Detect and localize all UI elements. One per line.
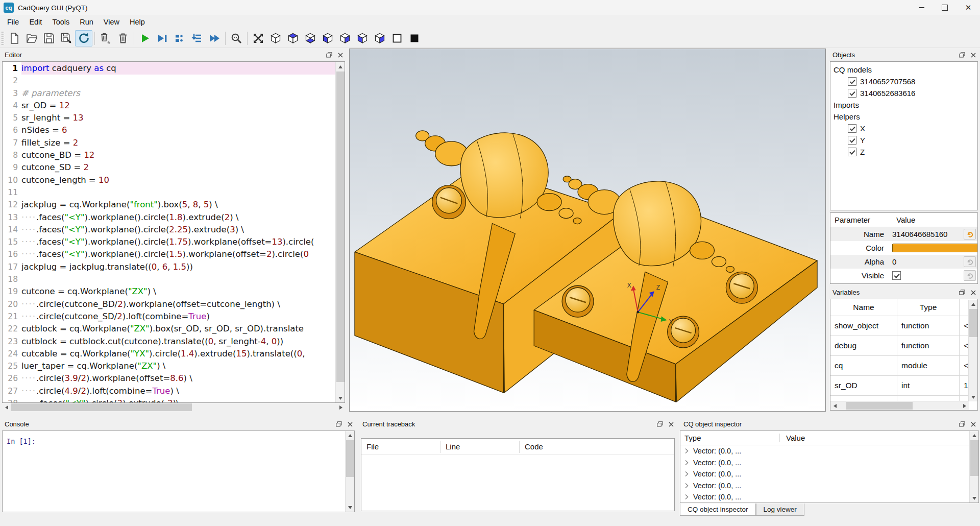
viewport-3d[interactable]: X Z Y xyxy=(349,49,826,412)
close-icon[interactable] xyxy=(970,52,977,58)
variable-row[interactable]: cqmodule<m xyxy=(830,356,969,376)
scrollbar-thumb[interactable] xyxy=(969,309,977,337)
tab-cq-object-inspector[interactable]: CQ object inspector xyxy=(680,504,756,516)
open-file-icon[interactable] xyxy=(23,30,40,46)
new-file-icon[interactable] xyxy=(6,30,23,46)
scroll-up-icon[interactable] xyxy=(970,431,978,440)
scroll-left-icon[interactable] xyxy=(830,401,839,410)
tree-group-imports[interactable]: Imports xyxy=(830,99,977,111)
traceback-table[interactable]: FileLineCode xyxy=(361,438,675,511)
save-as-icon[interactable] xyxy=(58,30,75,46)
view-top-icon[interactable] xyxy=(284,30,302,46)
code-editor[interactable]: 1import cadquery as cq23# parameters4sr_… xyxy=(2,61,345,403)
run-icon[interactable] xyxy=(136,30,154,46)
inspector-row[interactable]: Vector: (0.0, ... xyxy=(680,468,978,480)
reset-icon[interactable] xyxy=(964,270,976,281)
color-swatch[interactable] xyxy=(892,244,978,252)
expand-chevron-icon[interactable] xyxy=(684,494,689,500)
scroll-right-icon[interactable] xyxy=(336,403,345,412)
zoom-fit-icon[interactable] xyxy=(228,30,245,46)
close-icon[interactable] xyxy=(337,52,344,58)
inspector-row[interactable]: Vector: (0.0, ... xyxy=(680,480,978,492)
close-icon[interactable]: ✕ xyxy=(957,0,980,15)
scroll-right-icon[interactable] xyxy=(960,401,969,410)
editor-horizontal-scrollbar[interactable] xyxy=(2,403,345,412)
editor-vertical-scrollbar[interactable] xyxy=(335,62,345,402)
maximize-icon[interactable] xyxy=(933,0,957,15)
menu-run[interactable]: Run xyxy=(75,16,99,28)
close-icon[interactable] xyxy=(668,421,675,427)
menu-tools[interactable]: Tools xyxy=(47,16,75,28)
reload-icon[interactable] xyxy=(75,30,92,46)
expand-chevron-icon[interactable] xyxy=(684,483,689,489)
expand-chevron-icon[interactable] xyxy=(684,448,689,454)
view-left-icon[interactable] xyxy=(354,30,371,46)
objects-tree[interactable]: CQ models31406527075683140652683616Impor… xyxy=(830,61,978,210)
shaded-icon[interactable] xyxy=(406,30,423,46)
wireframe-icon[interactable] xyxy=(388,30,406,46)
view-back-icon[interactable] xyxy=(336,30,354,46)
save-icon[interactable] xyxy=(40,30,58,46)
menu-file[interactable]: File xyxy=(2,16,24,28)
scroll-up-icon[interactable] xyxy=(346,431,354,440)
inspector-vertical-scrollbar[interactable] xyxy=(969,431,978,503)
scroll-down-icon[interactable] xyxy=(336,394,345,402)
float-icon[interactable] xyxy=(959,52,966,58)
float-icon[interactable] xyxy=(959,289,966,296)
checkbox-checked-icon[interactable] xyxy=(848,89,856,98)
console-prompt[interactable]: In [1]: xyxy=(3,431,354,445)
inspector-row[interactable]: Vector: (0.0, ... xyxy=(680,491,978,503)
render-icon[interactable] xyxy=(97,30,114,46)
scrollbar-thumb[interactable] xyxy=(11,403,192,411)
checkbox-checked-icon[interactable] xyxy=(848,136,856,145)
checkbox-checked-icon[interactable] xyxy=(848,77,856,86)
inspector-row[interactable]: Vector: (0.0, ... xyxy=(680,445,978,457)
code-area[interactable]: 1import cadquery as cq23# parameters4sr_… xyxy=(3,62,336,402)
float-icon[interactable] xyxy=(959,421,966,427)
view-iso-icon[interactable] xyxy=(267,30,284,46)
variables-horizontal-scrollbar[interactable] xyxy=(830,401,969,410)
tree-group-cq-models[interactable]: CQ models xyxy=(830,64,977,76)
tree-item[interactable]: Y xyxy=(830,134,977,146)
tree-item[interactable]: 3140652683616 xyxy=(830,87,977,99)
continue-icon[interactable] xyxy=(206,30,223,46)
menu-help[interactable]: Help xyxy=(125,16,150,28)
close-icon[interactable] xyxy=(970,289,977,296)
variables-vertical-scrollbar[interactable] xyxy=(968,300,977,401)
toolbar-drag-handle[interactable] xyxy=(1,31,4,45)
variable-row[interactable]: show_objectfunction<f xyxy=(830,316,969,336)
scroll-down-icon[interactable] xyxy=(969,393,977,401)
expand-chevron-icon[interactable] xyxy=(684,460,689,466)
scroll-down-icon[interactable] xyxy=(346,503,354,512)
tab-log-viewer[interactable]: Log viewer xyxy=(756,504,804,516)
checkbox-checked-icon[interactable] xyxy=(892,271,901,280)
reset-icon[interactable] xyxy=(964,256,976,267)
scroll-up-icon[interactable] xyxy=(969,300,977,308)
float-icon[interactable] xyxy=(326,52,333,58)
scroll-left-icon[interactable] xyxy=(2,403,11,412)
clear-icon[interactable] xyxy=(114,30,132,46)
checkbox-checked-icon[interactable] xyxy=(848,148,856,156)
console-vertical-scrollbar[interactable] xyxy=(345,431,354,512)
minimize-icon[interactable] xyxy=(910,0,933,15)
scroll-up-icon[interactable] xyxy=(336,62,345,71)
scrollbar-thumb[interactable] xyxy=(346,440,354,477)
view-bottom-icon[interactable] xyxy=(302,30,319,46)
checkbox-checked-icon[interactable] xyxy=(848,124,856,133)
scrollbar-thumb[interactable] xyxy=(970,440,978,476)
view-right-icon[interactable] xyxy=(371,30,388,46)
menu-edit[interactable]: Edit xyxy=(24,16,47,28)
inspector-row[interactable]: Vector: (0.0, ... xyxy=(680,457,978,469)
console-output[interactable]: In [1]: xyxy=(2,431,355,512)
view-front-icon[interactable] xyxy=(319,30,336,46)
float-icon[interactable] xyxy=(656,421,664,427)
step-icon[interactable] xyxy=(171,30,188,46)
reset-icon[interactable] xyxy=(964,229,976,240)
debug-icon[interactable] xyxy=(154,30,171,46)
step-into-icon[interactable] xyxy=(188,30,206,46)
scrollbar-thumb[interactable] xyxy=(336,71,345,382)
scroll-down-icon[interactable] xyxy=(970,494,978,503)
float-icon[interactable] xyxy=(335,421,342,427)
close-icon[interactable] xyxy=(347,421,354,427)
variables-table[interactable]: NameTypeshow_objectfunction<fdebugfuncti… xyxy=(830,299,969,401)
